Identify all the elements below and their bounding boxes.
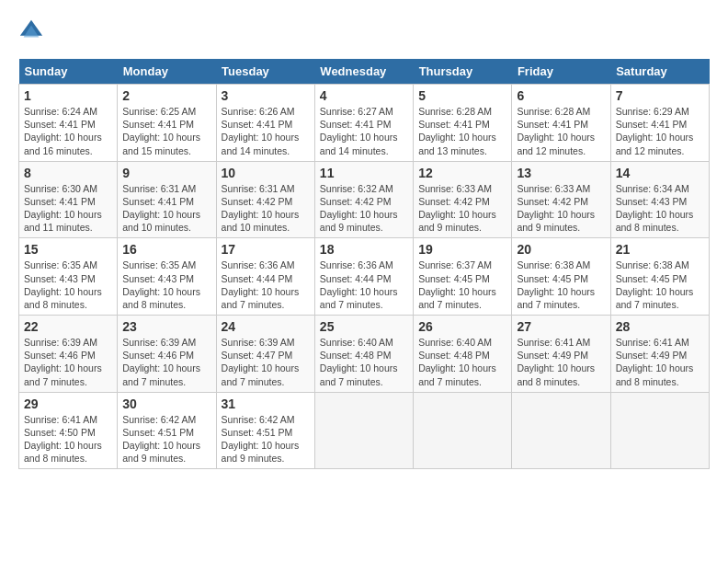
day-number: 2 — [122, 88, 210, 103]
day-number: 15 — [24, 242, 112, 257]
calendar-header-wednesday: Wednesday — [314, 59, 413, 85]
day-number: 31 — [222, 396, 310, 411]
day-number: 27 — [517, 319, 605, 334]
day-number: 22 — [24, 319, 112, 334]
day-number: 12 — [418, 166, 506, 180]
calendar-cell: 16Sunrise: 6:35 AM Sunset: 4:43 PM Dayli… — [118, 238, 216, 316]
day-number: 5 — [418, 88, 506, 103]
day-info: Sunrise: 6:25 AM Sunset: 4:41 PM Dayligh… — [122, 105, 210, 157]
day-info: Sunrise: 6:41 AM Sunset: 4:49 PM Dayligh… — [517, 336, 605, 388]
calendar-cell: 27Sunrise: 6:41 AM Sunset: 4:49 PM Dayli… — [512, 316, 610, 393]
calendar-cell: 4Sunrise: 6:27 AM Sunset: 4:41 PM Daylig… — [314, 85, 413, 162]
day-info: Sunrise: 6:36 AM Sunset: 4:44 PM Dayligh… — [320, 259, 408, 311]
day-number: 18 — [320, 242, 408, 257]
calendar-cell: 11Sunrise: 6:32 AM Sunset: 4:42 PM Dayli… — [314, 161, 413, 238]
day-info: Sunrise: 6:30 AM Sunset: 4:41 PM Dayligh… — [24, 182, 112, 235]
calendar-cell: 1Sunrise: 6:24 AM Sunset: 4:41 PM Daylig… — [19, 85, 118, 162]
calendar-cell: 19Sunrise: 6:37 AM Sunset: 4:45 PM Dayli… — [414, 238, 512, 316]
day-info: Sunrise: 6:42 AM Sunset: 4:51 PM Dayligh… — [122, 413, 210, 465]
calendar-cell: 30Sunrise: 6:42 AM Sunset: 4:51 PM Dayli… — [118, 392, 216, 469]
page-header — [18, 18, 710, 44]
calendar-cell: 20Sunrise: 6:38 AM Sunset: 4:45 PM Dayli… — [512, 238, 610, 316]
day-info: Sunrise: 6:36 AM Sunset: 4:44 PM Dayligh… — [222, 259, 310, 311]
calendar-cell: 29Sunrise: 6:41 AM Sunset: 4:50 PM Dayli… — [19, 392, 118, 469]
day-number: 14 — [616, 166, 704, 180]
day-number: 26 — [418, 319, 506, 334]
calendar-header-row: SundayMondayTuesdayWednesdayThursdayFrid… — [19, 59, 710, 85]
calendar-cell: 9Sunrise: 6:31 AM Sunset: 4:41 PM Daylig… — [118, 161, 216, 238]
day-number: 11 — [320, 166, 408, 180]
day-info: Sunrise: 6:31 AM Sunset: 4:41 PM Dayligh… — [122, 182, 210, 235]
day-number: 1 — [24, 88, 112, 103]
day-info: Sunrise: 6:31 AM Sunset: 4:42 PM Dayligh… — [222, 182, 310, 235]
day-info: Sunrise: 6:38 AM Sunset: 4:45 PM Dayligh… — [616, 259, 704, 311]
calendar-cell: 28Sunrise: 6:41 AM Sunset: 4:49 PM Dayli… — [610, 316, 709, 393]
calendar-cell — [414, 392, 512, 469]
calendar-cell: 25Sunrise: 6:40 AM Sunset: 4:48 PM Dayli… — [314, 316, 413, 393]
day-info: Sunrise: 6:34 AM Sunset: 4:43 PM Dayligh… — [616, 182, 704, 235]
calendar-cell: 23Sunrise: 6:39 AM Sunset: 4:46 PM Dayli… — [118, 316, 216, 393]
calendar-week-row: 29Sunrise: 6:41 AM Sunset: 4:50 PM Dayli… — [19, 392, 710, 469]
day-info: Sunrise: 6:40 AM Sunset: 4:48 PM Dayligh… — [320, 336, 408, 388]
calendar-cell: 8Sunrise: 6:30 AM Sunset: 4:41 PM Daylig… — [19, 161, 118, 238]
calendar-cell — [314, 392, 413, 469]
calendar-cell: 10Sunrise: 6:31 AM Sunset: 4:42 PM Dayli… — [216, 161, 314, 238]
calendar-header-friday: Friday — [512, 59, 610, 85]
day-number: 28 — [616, 319, 704, 334]
calendar-week-row: 1Sunrise: 6:24 AM Sunset: 4:41 PM Daylig… — [19, 85, 710, 162]
day-number: 13 — [517, 166, 605, 180]
day-number: 9 — [122, 166, 210, 180]
day-number: 4 — [320, 88, 408, 103]
day-info: Sunrise: 6:39 AM Sunset: 4:46 PM Dayligh… — [24, 336, 112, 388]
day-number: 30 — [122, 396, 210, 411]
calendar-header-thursday: Thursday — [414, 59, 512, 85]
day-number: 24 — [222, 319, 310, 334]
day-number: 6 — [517, 88, 605, 103]
calendar-header-sunday: Sunday — [19, 59, 118, 85]
day-info: Sunrise: 6:35 AM Sunset: 4:43 PM Dayligh… — [24, 259, 112, 311]
day-info: Sunrise: 6:41 AM Sunset: 4:50 PM Dayligh… — [24, 413, 112, 465]
calendar-cell: 17Sunrise: 6:36 AM Sunset: 4:44 PM Dayli… — [216, 238, 314, 316]
calendar-cell: 6Sunrise: 6:28 AM Sunset: 4:41 PM Daylig… — [512, 85, 610, 162]
calendar-week-row: 22Sunrise: 6:39 AM Sunset: 4:46 PM Dayli… — [19, 316, 710, 393]
day-info: Sunrise: 6:42 AM Sunset: 4:51 PM Dayligh… — [222, 413, 310, 465]
day-info: Sunrise: 6:33 AM Sunset: 4:42 PM Dayligh… — [418, 182, 506, 235]
day-number: 8 — [24, 166, 112, 180]
calendar-week-row: 8Sunrise: 6:30 AM Sunset: 4:41 PM Daylig… — [19, 161, 710, 238]
day-info: Sunrise: 6:28 AM Sunset: 4:41 PM Dayligh… — [418, 105, 506, 157]
day-info: Sunrise: 6:24 AM Sunset: 4:41 PM Dayligh… — [24, 105, 112, 157]
logo — [18, 18, 48, 44]
day-info: Sunrise: 6:26 AM Sunset: 4:41 PM Dayligh… — [222, 105, 310, 157]
day-number: 20 — [517, 242, 605, 257]
calendar-cell: 14Sunrise: 6:34 AM Sunset: 4:43 PM Dayli… — [610, 161, 709, 238]
calendar-cell — [512, 392, 610, 469]
calendar-week-row: 15Sunrise: 6:35 AM Sunset: 4:43 PM Dayli… — [19, 238, 710, 316]
calendar-cell: 5Sunrise: 6:28 AM Sunset: 4:41 PM Daylig… — [414, 85, 512, 162]
calendar-cell: 31Sunrise: 6:42 AM Sunset: 4:51 PM Dayli… — [216, 392, 314, 469]
calendar-header-saturday: Saturday — [610, 59, 709, 85]
day-info: Sunrise: 6:27 AM Sunset: 4:41 PM Dayligh… — [320, 105, 408, 157]
day-info: Sunrise: 6:28 AM Sunset: 4:41 PM Dayligh… — [517, 105, 605, 157]
logo-icon — [18, 18, 44, 44]
calendar-cell: 18Sunrise: 6:36 AM Sunset: 4:44 PM Dayli… — [314, 238, 413, 316]
calendar-cell: 24Sunrise: 6:39 AM Sunset: 4:47 PM Dayli… — [216, 316, 314, 393]
day-number: 19 — [418, 242, 506, 257]
calendar-header-monday: Monday — [118, 59, 216, 85]
calendar-cell: 3Sunrise: 6:26 AM Sunset: 4:41 PM Daylig… — [216, 85, 314, 162]
day-info: Sunrise: 6:33 AM Sunset: 4:42 PM Dayligh… — [517, 182, 605, 235]
day-info: Sunrise: 6:37 AM Sunset: 4:45 PM Dayligh… — [418, 259, 506, 311]
day-number: 21 — [616, 242, 704, 257]
calendar-cell: 15Sunrise: 6:35 AM Sunset: 4:43 PM Dayli… — [19, 238, 118, 316]
day-number: 17 — [222, 242, 310, 257]
day-info: Sunrise: 6:32 AM Sunset: 4:42 PM Dayligh… — [320, 182, 408, 235]
calendar-cell: 21Sunrise: 6:38 AM Sunset: 4:45 PM Dayli… — [610, 238, 709, 316]
calendar-cell — [610, 392, 709, 469]
calendar-cell: 7Sunrise: 6:29 AM Sunset: 4:41 PM Daylig… — [610, 85, 709, 162]
calendar-cell: 26Sunrise: 6:40 AM Sunset: 4:48 PM Dayli… — [414, 316, 512, 393]
day-info: Sunrise: 6:41 AM Sunset: 4:49 PM Dayligh… — [616, 336, 704, 388]
calendar-cell: 12Sunrise: 6:33 AM Sunset: 4:42 PM Dayli… — [414, 161, 512, 238]
day-number: 3 — [222, 88, 310, 103]
day-number: 7 — [616, 88, 704, 103]
day-number: 25 — [320, 319, 408, 334]
calendar-header-tuesday: Tuesday — [216, 59, 314, 85]
